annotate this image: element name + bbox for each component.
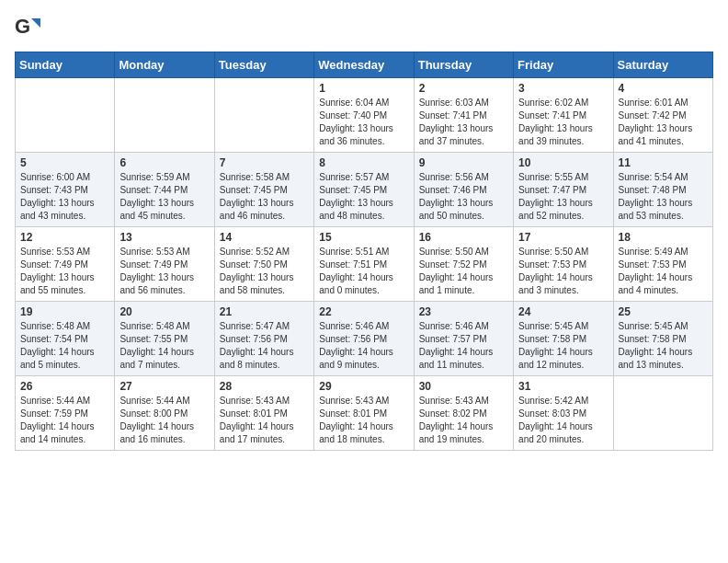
calendar-cell — [613, 376, 712, 451]
calendar-cell: 18Sunrise: 5:49 AM Sunset: 7:53 PM Dayli… — [613, 227, 712, 302]
day-number: 27 — [119, 380, 209, 393]
page-header: G — [15, 15, 713, 40]
svg-text:G: G — [15, 15, 30, 38]
day-info: Sunrise: 5:55 AM Sunset: 7:47 PM Dayligh… — [518, 171, 608, 223]
calendar-cell — [16, 78, 115, 153]
calendar-cell: 20Sunrise: 5:48 AM Sunset: 7:55 PM Dayli… — [115, 302, 214, 376]
day-info: Sunrise: 5:45 AM Sunset: 7:58 PM Dayligh… — [518, 320, 608, 372]
day-info: Sunrise: 6:00 AM Sunset: 7:43 PM Dayligh… — [20, 171, 109, 223]
calendar-cell: 26Sunrise: 5:44 AM Sunset: 7:59 PM Dayli… — [16, 376, 115, 451]
day-number: 6 — [119, 156, 209, 169]
calendar-cell — [115, 78, 214, 153]
day-info: Sunrise: 5:57 AM Sunset: 7:45 PM Dayligh… — [319, 171, 408, 223]
day-number: 25 — [619, 305, 708, 318]
day-info: Sunrise: 5:44 AM Sunset: 7:59 PM Dayligh… — [20, 395, 109, 446]
calendar-cell: 6Sunrise: 5:59 AM Sunset: 7:44 PM Daylig… — [115, 153, 214, 227]
day-number: 1 — [319, 82, 408, 95]
day-header-tuesday: Tuesday — [214, 52, 313, 78]
day-number: 5 — [20, 156, 109, 169]
calendar-header-row: SundayMondayTuesdayWednesdayThursdayFrid… — [16, 52, 713, 78]
day-number: 20 — [119, 305, 209, 318]
calendar-cell: 28Sunrise: 5:43 AM Sunset: 8:01 PM Dayli… — [214, 376, 313, 451]
day-info: Sunrise: 5:48 AM Sunset: 7:55 PM Dayligh… — [119, 320, 209, 372]
day-number: 15 — [319, 231, 408, 244]
day-number: 7 — [220, 156, 309, 169]
calendar-cell: 23Sunrise: 5:46 AM Sunset: 7:57 PM Dayli… — [414, 302, 513, 376]
day-number: 24 — [518, 305, 608, 318]
calendar-cell: 25Sunrise: 5:45 AM Sunset: 7:58 PM Dayli… — [613, 302, 712, 376]
day-number: 28 — [220, 380, 309, 393]
calendar-cell: 9Sunrise: 5:56 AM Sunset: 7:46 PM Daylig… — [414, 153, 513, 227]
day-header-sunday: Sunday — [16, 52, 115, 78]
day-number: 19 — [20, 305, 109, 318]
day-info: Sunrise: 5:43 AM Sunset: 8:02 PM Dayligh… — [419, 395, 508, 446]
day-info: Sunrise: 6:01 AM Sunset: 7:42 PM Dayligh… — [619, 97, 708, 148]
day-info: Sunrise: 5:59 AM Sunset: 7:44 PM Dayligh… — [119, 171, 209, 223]
calendar-cell: 4Sunrise: 6:01 AM Sunset: 7:42 PM Daylig… — [613, 78, 712, 153]
calendar-cell: 11Sunrise: 5:54 AM Sunset: 7:48 PM Dayli… — [613, 153, 712, 227]
day-header-saturday: Saturday — [613, 52, 712, 78]
day-number: 4 — [619, 82, 708, 95]
day-info: Sunrise: 6:02 AM Sunset: 7:41 PM Dayligh… — [518, 97, 608, 148]
day-info: Sunrise: 5:46 AM Sunset: 7:56 PM Dayligh… — [319, 320, 408, 372]
calendar-cell: 7Sunrise: 5:58 AM Sunset: 7:45 PM Daylig… — [214, 153, 313, 227]
calendar-week-row: 12Sunrise: 5:53 AM Sunset: 7:49 PM Dayli… — [16, 227, 713, 302]
calendar-cell: 5Sunrise: 6:00 AM Sunset: 7:43 PM Daylig… — [16, 153, 115, 227]
calendar-cell: 17Sunrise: 5:50 AM Sunset: 7:53 PM Dayli… — [514, 227, 613, 302]
day-number: 21 — [220, 305, 309, 318]
calendar-cell: 16Sunrise: 5:50 AM Sunset: 7:52 PM Dayli… — [414, 227, 513, 302]
calendar-cell: 24Sunrise: 5:45 AM Sunset: 7:58 PM Dayli… — [514, 302, 613, 376]
calendar-cell — [214, 78, 313, 153]
calendar-week-row: 5Sunrise: 6:00 AM Sunset: 7:43 PM Daylig… — [16, 153, 713, 227]
calendar-cell: 21Sunrise: 5:47 AM Sunset: 7:56 PM Dayli… — [214, 302, 313, 376]
calendar-week-row: 19Sunrise: 5:48 AM Sunset: 7:54 PM Dayli… — [16, 302, 713, 376]
day-number: 29 — [319, 380, 408, 393]
calendar-cell: 8Sunrise: 5:57 AM Sunset: 7:45 PM Daylig… — [314, 153, 414, 227]
calendar-cell: 2Sunrise: 6:03 AM Sunset: 7:41 PM Daylig… — [414, 78, 513, 153]
day-number: 10 — [518, 156, 608, 169]
calendar-cell: 3Sunrise: 6:02 AM Sunset: 7:41 PM Daylig… — [514, 78, 613, 153]
day-info: Sunrise: 6:04 AM Sunset: 7:40 PM Dayligh… — [319, 97, 408, 148]
day-info: Sunrise: 5:46 AM Sunset: 7:57 PM Dayligh… — [419, 320, 508, 372]
day-info: Sunrise: 5:50 AM Sunset: 7:52 PM Dayligh… — [419, 246, 508, 297]
day-number: 14 — [220, 231, 309, 244]
logo-icon: G — [15, 15, 40, 40]
day-info: Sunrise: 5:49 AM Sunset: 7:53 PM Dayligh… — [619, 246, 708, 297]
calendar-cell: 31Sunrise: 5:42 AM Sunset: 8:03 PM Dayli… — [514, 376, 613, 451]
day-info: Sunrise: 6:03 AM Sunset: 7:41 PM Dayligh… — [419, 97, 508, 148]
calendar-cell: 29Sunrise: 5:43 AM Sunset: 8:01 PM Dayli… — [314, 376, 414, 451]
day-info: Sunrise: 5:44 AM Sunset: 8:00 PM Dayligh… — [119, 395, 209, 446]
calendar-cell: 15Sunrise: 5:51 AM Sunset: 7:51 PM Dayli… — [314, 227, 414, 302]
day-number: 2 — [419, 82, 508, 95]
calendar-week-row: 26Sunrise: 5:44 AM Sunset: 7:59 PM Dayli… — [16, 376, 713, 451]
calendar-cell: 27Sunrise: 5:44 AM Sunset: 8:00 PM Dayli… — [115, 376, 214, 451]
day-number: 23 — [419, 305, 508, 318]
calendar-cell: 12Sunrise: 5:53 AM Sunset: 7:49 PM Dayli… — [16, 227, 115, 302]
day-number: 26 — [20, 380, 109, 393]
svg-marker-1 — [31, 18, 40, 28]
calendar-week-row: 1Sunrise: 6:04 AM Sunset: 7:40 PM Daylig… — [16, 78, 713, 153]
calendar-cell: 10Sunrise: 5:55 AM Sunset: 7:47 PM Dayli… — [514, 153, 613, 227]
day-number: 17 — [518, 231, 608, 244]
day-number: 31 — [518, 380, 608, 393]
calendar-cell: 19Sunrise: 5:48 AM Sunset: 7:54 PM Dayli… — [16, 302, 115, 376]
day-number: 9 — [419, 156, 508, 169]
day-header-friday: Friday — [514, 52, 613, 78]
day-header-monday: Monday — [115, 52, 214, 78]
day-info: Sunrise: 5:43 AM Sunset: 8:01 PM Dayligh… — [220, 395, 309, 446]
day-info: Sunrise: 5:53 AM Sunset: 7:49 PM Dayligh… — [119, 246, 209, 297]
day-number: 12 — [20, 231, 109, 244]
day-number: 18 — [619, 231, 708, 244]
day-info: Sunrise: 5:43 AM Sunset: 8:01 PM Dayligh… — [319, 395, 408, 446]
calendar-cell: 13Sunrise: 5:53 AM Sunset: 7:49 PM Dayli… — [115, 227, 214, 302]
calendar-table: SundayMondayTuesdayWednesdayThursdayFrid… — [15, 52, 713, 451]
day-info: Sunrise: 5:53 AM Sunset: 7:49 PM Dayligh… — [20, 246, 109, 297]
day-number: 11 — [619, 156, 708, 169]
day-number: 8 — [319, 156, 408, 169]
day-info: Sunrise: 5:51 AM Sunset: 7:51 PM Dayligh… — [319, 246, 408, 297]
day-header-wednesday: Wednesday — [314, 52, 414, 78]
day-number: 30 — [419, 380, 508, 393]
calendar-cell: 22Sunrise: 5:46 AM Sunset: 7:56 PM Dayli… — [314, 302, 414, 376]
day-info: Sunrise: 5:50 AM Sunset: 7:53 PM Dayligh… — [518, 246, 608, 297]
day-info: Sunrise: 5:45 AM Sunset: 7:58 PM Dayligh… — [619, 320, 708, 372]
